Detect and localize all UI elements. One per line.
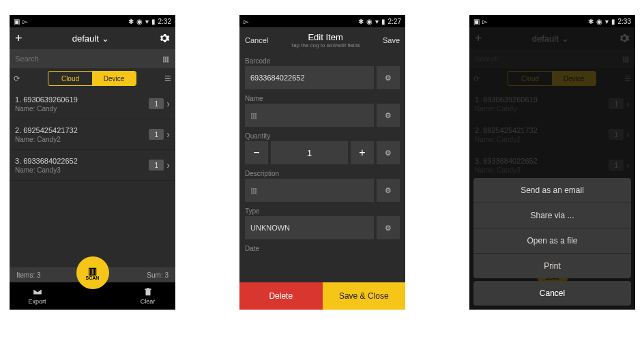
field-cog-button[interactable]: ⚙	[377, 216, 400, 239]
scan-button[interactable]: ▥SCAN	[76, 256, 109, 289]
bt-icon: ✱	[128, 18, 134, 25]
bt-icon: ✱	[358, 18, 364, 25]
sheet-option-print[interactable]: Print	[473, 254, 631, 278]
chevron-down-icon: ⌄	[102, 33, 109, 44]
add-button[interactable]: +	[15, 31, 23, 46]
list-icon: ☰	[624, 74, 631, 83]
list-item: 2. 6925425421732Name: Candy21›	[469, 119, 635, 150]
barcode-icon[interactable]: ▥	[156, 49, 175, 68]
chevron-down-icon: ⌄	[561, 33, 569, 44]
sheet-option-share[interactable]: Share via ...	[473, 203, 631, 228]
save-button[interactable]: Save	[383, 36, 400, 44]
list-item: 3. 6933684022652Name: Candy31›	[469, 150, 635, 181]
cast-icon: ▻	[244, 18, 249, 25]
image-icon: ▣	[14, 18, 20, 25]
status-bar: ▣▻ ✱◉▾▮2:32	[10, 15, 175, 27]
tab-device[interactable]: Device	[92, 72, 136, 85]
signal-icon: ◉	[366, 18, 372, 25]
barcode-icon: ▥	[250, 186, 257, 195]
chevron-right-icon: ›	[166, 160, 170, 170]
sync-icon: ⟳	[473, 74, 480, 83]
page-title: Edit Item	[291, 32, 360, 42]
field-cog-button[interactable]: ⚙	[377, 104, 400, 127]
description-field[interactable]: ▥	[245, 179, 374, 202]
sheet-cancel-button[interactable]: Cancel	[473, 281, 631, 306]
cancel-button[interactable]: Cancel	[245, 36, 268, 44]
field-label: Barcode	[239, 53, 405, 66]
list-selector[interactable]: default⌄	[72, 33, 109, 44]
list-icon[interactable]: ☰	[164, 74, 171, 83]
tab-cloud[interactable]: Cloud	[48, 72, 92, 85]
signal-icon: ◉	[596, 18, 602, 25]
field-label: Type	[239, 203, 405, 216]
wifi-icon: ▾	[375, 18, 379, 25]
battery-icon: ▮	[381, 18, 385, 25]
wifi-icon: ▾	[145, 18, 149, 25]
save-close-button[interactable]: Save & Close	[323, 282, 406, 310]
field-cog-button[interactable]: ⚙	[377, 66, 400, 89]
list-item[interactable]: 2. 6925425421732Name: Candy21›	[10, 119, 175, 150]
cast-icon: ▻	[482, 18, 488, 25]
barcode-icon: ▥	[250, 111, 257, 120]
qty-minus-button[interactable]: −	[245, 141, 268, 164]
battery-icon: ▮	[611, 18, 615, 25]
footer-bar: Delete Save & Close	[239, 282, 405, 310]
sync-icon[interactable]: ⟳	[14, 74, 20, 83]
screen-list: ▣▻ ✱◉▾▮2:32 + default⌄ ▥ ⟳ Cloud Device …	[10, 15, 175, 310]
list-item: 1. 6930639260619Name: Candy1›	[469, 89, 635, 119]
name-field[interactable]: ▥	[245, 104, 374, 127]
screen-export: ▣▻ ✱◉▾▮2:33 + default⌄ ▥ ⟳CloudDevice☰ 1…	[469, 15, 635, 310]
clock: 2:27	[388, 18, 401, 25]
field-cog-button[interactable]: ⚙	[377, 179, 400, 202]
status-bar: ▣▻ ✱◉▾▮2:33	[469, 15, 635, 27]
chevron-right-icon: ›	[166, 129, 170, 140]
list-item[interactable]: 1. 6930639260619Name: Candy1›	[10, 89, 175, 119]
field-cog-button[interactable]: ⚙	[377, 141, 400, 164]
barcode-icon: ▥	[616, 49, 635, 68]
bt-icon: ✱	[588, 18, 594, 25]
screen-edit: ▻ ✱◉▾▮2:27 Cancel Edit ItemTap the cog t…	[239, 15, 405, 310]
wifi-icon: ▾	[605, 18, 609, 25]
qty-value[interactable]: 1	[271, 141, 348, 164]
type-field[interactable]: UNKNOWN	[245, 216, 374, 239]
delete-button[interactable]: Delete	[239, 282, 323, 310]
clock: 2:32	[158, 18, 171, 25]
app-bar: + default⌄	[469, 27, 635, 49]
chevron-right-icon: ›	[166, 98, 170, 109]
count-badge: 1	[149, 98, 164, 109]
app-bar: + default⌄	[10, 27, 175, 49]
source-toggle: Cloud Device	[48, 71, 136, 86]
status-bar: ▻ ✱◉▾▮2:27	[239, 15, 405, 27]
battery-icon: ▮	[151, 18, 156, 25]
barcode-field[interactable]: 6933684022652	[245, 66, 374, 89]
clear-button[interactable]: Clear	[120, 287, 175, 305]
list-selector: default⌄	[532, 33, 569, 44]
qty-plus-button[interactable]: +	[351, 141, 374, 164]
edit-header: Cancel Edit ItemTap the cog to add/edit …	[239, 27, 405, 53]
field-label: Description	[239, 166, 405, 179]
field-label: Quantity	[239, 128, 405, 141]
search-input[interactable]	[10, 49, 156, 68]
cast-icon: ▻	[23, 18, 28, 25]
settings-button[interactable]	[159, 33, 170, 44]
clock: 2:33	[618, 18, 631, 25]
count-badge: 1	[149, 129, 164, 140]
settings-button	[619, 33, 630, 44]
image-icon: ▣	[473, 18, 480, 25]
field-label: Name	[239, 91, 405, 104]
field-label: Date	[239, 241, 405, 254]
count-badge: 1	[149, 160, 164, 170]
list-item[interactable]: 3. 6933684022652Name: Candy31›	[10, 150, 175, 181]
barcode-icon: ▥	[88, 266, 97, 276]
sheet-option-file[interactable]: Open as a file	[473, 228, 631, 254]
sheet-option-email[interactable]: Send as an email	[473, 178, 631, 203]
page-subtitle: Tap the cog to add/edit fields	[291, 42, 360, 48]
signal-icon: ◉	[136, 18, 143, 25]
export-button[interactable]: Export	[10, 287, 65, 305]
add-button: +	[475, 31, 482, 46]
export-sheet: Send as an email Share via ... Open as a…	[473, 178, 631, 306]
search-input	[469, 49, 616, 68]
